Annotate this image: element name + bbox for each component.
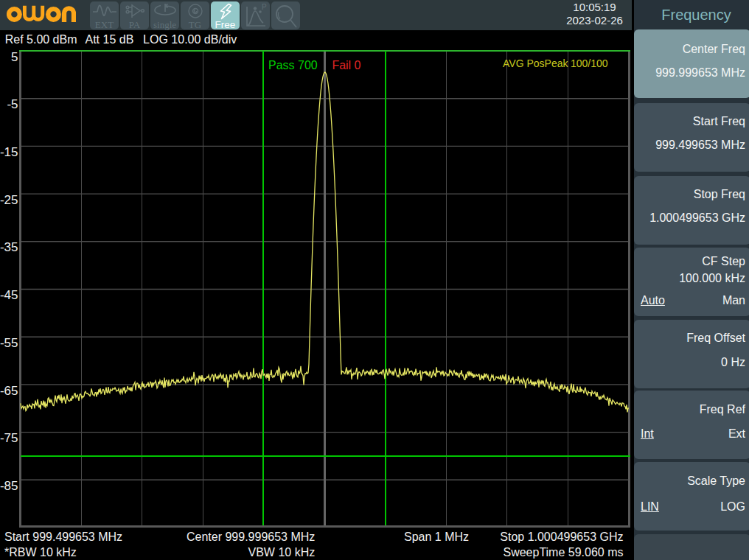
svg-text:-55: -55 [0, 336, 18, 350]
svg-text:5: 5 [11, 50, 18, 64]
svg-text:-75: -75 [0, 431, 18, 445]
svg-text:-65: -65 [0, 384, 18, 398]
svg-text:-15: -15 [0, 145, 18, 159]
svg-text:-5: -5 [7, 97, 18, 111]
svg-text:P: P [262, 3, 267, 11]
svg-text:-85: -85 [0, 479, 18, 493]
svg-text:-35: -35 [0, 240, 18, 254]
svg-text:-25: -25 [0, 193, 18, 207]
svg-text:-45: -45 [0, 288, 18, 302]
